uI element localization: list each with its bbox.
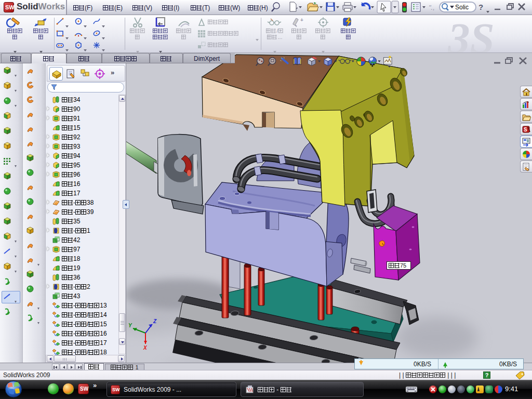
- svg-text:".,: ".,: [429, 4, 435, 11]
- svg-text:Z: Z: [153, 318, 157, 324]
- svg-text:+: +: [300, 17, 303, 23]
- svg-text:Solic: Solic: [455, 4, 469, 11]
- svg-text:S: S: [524, 127, 527, 132]
- svg-text:X: X: [143, 345, 148, 351]
